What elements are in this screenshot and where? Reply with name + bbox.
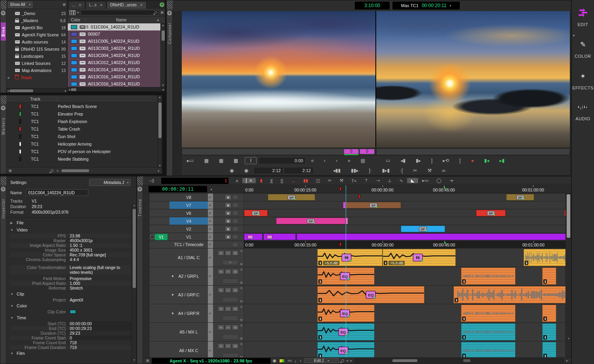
solo-mute-column[interactable] — [239, 233, 244, 241]
scrollbar-thumb[interactable] — [567, 194, 570, 238]
clear-out-icon[interactable]: ]· — [364, 168, 377, 173]
clip-gain-icon[interactable] — [543, 335, 547, 339]
clip-gain-icon[interactable] — [462, 335, 466, 339]
clip-color-chip[interactable] — [71, 39, 77, 44]
effect-badge[interactable]: SP — [516, 195, 524, 200]
export-icon[interactable]: ⇥ — [445, 178, 457, 183]
track-lane[interactable] — [244, 233, 571, 241]
monitor-icon[interactable]: ◉ — [225, 195, 231, 200]
timeline-clip[interactable] — [244, 233, 263, 240]
grid-table-icon[interactable]: ▤ — [356, 158, 370, 163]
timeline-view-dropdown[interactable]: Edit.1 ▾ — [304, 358, 339, 363]
curve-icon[interactable]: ∿ — [396, 178, 407, 183]
pencil-strip[interactable] — [208, 233, 213, 241]
trim-up-icon[interactable]: ⇡ — [361, 178, 372, 183]
hamburger-menu-icon[interactable]: ≡ — [9, 168, 12, 174]
collapse-arrow-icon[interactable]: ◂ — [210, 188, 212, 191]
marker-row[interactable]: TC1POV of person on Helicopter — [6, 148, 162, 155]
search-icon[interactable] — [341, 359, 344, 362]
timeline-clip[interactable]: +5.0 dB — [317, 249, 383, 266]
track-name[interactable]: V8 — [169, 193, 208, 201]
scroll-left-icon[interactable]: ◂ — [7, 89, 9, 93]
expander-icon[interactable]: ▼ — [10, 292, 13, 296]
collapse-arrow-icon[interactable]: ◂ — [573, 33, 575, 37]
solo-mute-column[interactable]: SM — [239, 248, 244, 267]
tab-markers[interactable]: Markers — [1, 118, 6, 135]
ruler-marker-icon[interactable] — [339, 187, 341, 191]
automation-icon[interactable]: ⌁ — [225, 250, 231, 256]
hamburger-menu-icon[interactable]: ≡ — [63, 2, 66, 8]
automation-icon[interactable]: ⌁ — [225, 288, 231, 293]
bin-list-item[interactable]: DNxHD 115 Sources99 — [6, 46, 67, 53]
position-badge[interactable]: 0 — [344, 149, 358, 154]
record-position-bar[interactable] — [376, 148, 570, 155]
scroll-left-icon[interactable]: ◂ — [69, 88, 70, 91]
pencil-strip[interactable] — [208, 286, 213, 304]
trim-right-icon[interactable]: ⇢ — [372, 178, 384, 183]
scrollbar-thumb[interactable] — [133, 209, 136, 288]
zoom-handle[interactable] — [463, 359, 470, 362]
clip-gain-icon[interactable] — [462, 354, 466, 357]
automation-icon[interactable]: ⌁ — [225, 325, 231, 330]
bin-clip-row[interactable]: A013C004_140224_R1UD — [68, 52, 165, 59]
mute-button[interactable]: M — [239, 300, 244, 303]
timeline-clip[interactable] — [343, 202, 346, 209]
clip-gain-icon[interactable] — [543, 317, 547, 321]
solo-button[interactable]: S — [239, 342, 244, 346]
automation-icon[interactable]: ⌁ — [225, 306, 231, 311]
panel-collapse-button[interactable]: ▾ — [137, 187, 142, 191]
bin-tab[interactable]: DNxHD...urces✕ — [107, 1, 146, 9]
play-to-out-icon[interactable]: ▮▸▮ — [377, 168, 395, 173]
up-arrow-icon[interactable]: ↑ — [299, 358, 302, 363]
pencil-strip[interactable] — [208, 248, 213, 267]
column-track[interactable]: Track — [6, 97, 58, 101]
timeline-clip[interactable]: +5.0 dB — [383, 249, 456, 266]
audio-punch-icon[interactable]: ◉ — [239, 168, 253, 173]
clip-icon[interactable]: ▭ — [381, 158, 395, 163]
search-icon[interactable] — [51, 169, 53, 172]
solo-button[interactable]: S — [239, 249, 244, 253]
clip-name-field[interactable]: 011C004_140224_R1UD — [26, 189, 88, 196]
bin-clip-row[interactable]: §011C004_140224_R1UD — [68, 23, 165, 30]
monitor-icon[interactable]: ◉ — [225, 218, 231, 224]
patch-checkbox[interactable] — [150, 235, 154, 239]
panel-drag-handle[interactable] — [0, 0, 6, 9]
timeline-clip[interactable]: SP — [268, 194, 315, 201]
track-name[interactable]: TC1 / Timecode — [169, 241, 208, 248]
track-name[interactable]: A2 / GRP.L▼◂ — [169, 267, 208, 285]
metadata-preset-dropdown[interactable]: Metadata.1 ▾ — [89, 179, 131, 186]
automation-icon[interactable]: ⌁ — [225, 269, 231, 274]
track-lane[interactable]: EQ — [244, 267, 571, 285]
solo-mute-column[interactable] — [239, 241, 244, 248]
down-arrow-icon[interactable]: ↓ — [295, 358, 297, 363]
scroll-up-icon[interactable]: ▲ — [162, 24, 164, 27]
timecode-ruler[interactable]: 0:0000:00:15:0000:00:30:0000:00:45:0000:… — [244, 185, 571, 193]
monitor-icon[interactable]: ◉ — [225, 226, 231, 231]
track-box-icon[interactable]: □ — [232, 195, 238, 200]
scissors-icon[interactable]: ✂ — [408, 168, 422, 173]
expander-icon[interactable]: ▼ — [171, 275, 174, 278]
scrollbar-thumb[interactable] — [392, 359, 417, 362]
cut-icon[interactable]: ✂ — [324, 178, 335, 183]
clip-gain-icon[interactable] — [462, 279, 466, 284]
eq-badge[interactable]: EQ — [340, 273, 350, 280]
timeline-clip[interactable] — [263, 233, 296, 240]
track-lane[interactable]: 0:0000:00:15:0000:00:30:0000:00:45:0000:… — [244, 241, 571, 248]
solo-button[interactable]: S — [239, 286, 244, 290]
scroll-right-icon[interactable]: ▸ — [350, 359, 352, 362]
solo-mute-column[interactable]: SM — [239, 341, 244, 357]
expander-icon[interactable]: ▼ — [10, 228, 13, 232]
eq-badge[interactable]: EQ — [340, 310, 350, 317]
panel-collapse-button[interactable]: ▾ — [1, 106, 6, 110]
clip-gain-icon[interactable] — [318, 354, 322, 357]
panel-collapse-button[interactable]: ▾ — [1, 187, 6, 191]
panel-collapse-button[interactable]: ▾ — [167, 11, 172, 15]
clip-gain-icon[interactable] — [384, 261, 387, 265]
bin-clip-row[interactable]: A013C012_140224_R1UD — [68, 59, 165, 66]
monitor-icon[interactable]: ▭ — [287, 358, 291, 363]
marker-row[interactable]: TC1Elevator Prep — [6, 110, 162, 118]
offset-field[interactable]: 0:00 — [258, 157, 306, 164]
master-timecode[interactable]: 00:00:20:11 — [148, 186, 207, 192]
timeline-clip[interactable] — [297, 233, 569, 240]
keyframe-tool-icon[interactable]: ◣ — [407, 178, 418, 183]
